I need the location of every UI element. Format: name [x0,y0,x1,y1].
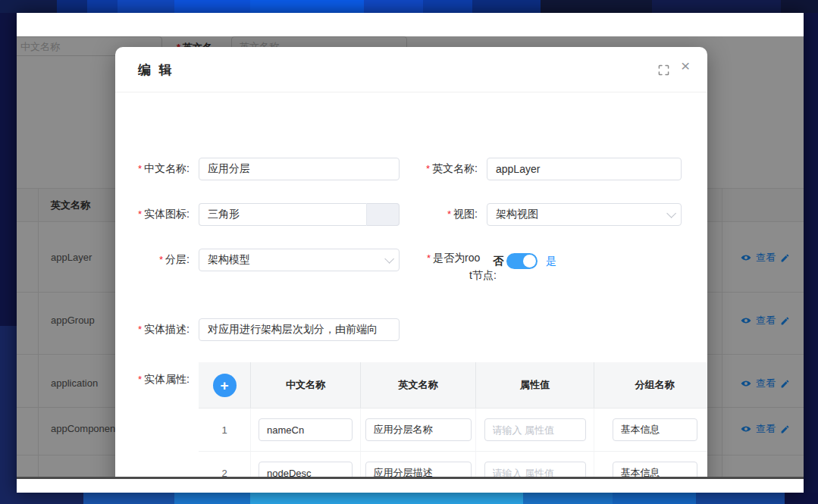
name-cn-label: *中文名称: [115,162,199,176]
attr-group-input[interactable] [613,418,697,441]
add-attribute-button[interactable]: + [213,374,237,397]
attr-header-value: 属性值 [475,362,594,408]
attr-header-group: 分组名称 [594,362,707,408]
root-toggle-on-label: 是 [546,255,556,268]
app-window: *英文名 英文名称 appLayer appGroup application … [17,13,804,493]
attr-group-input[interactable] [613,462,697,479]
toggle-knob [523,255,536,268]
required-asterisk: * [427,252,431,264]
view-select-value[interactable] [487,203,682,226]
attr-value-input[interactable] [484,418,586,441]
required-asterisk: * [138,163,142,174]
attr-header-name-cn: 中文名称 [250,362,360,408]
row-index: 1 [199,409,250,451]
attr-table: + 中文名称 英文名称 属性值 分组名称 1 2 [199,362,707,479]
required-asterisk: * [159,254,163,265]
layer-label: *分层: [115,253,199,267]
desktop-bottom-band [0,493,818,504]
required-asterisk: * [138,324,142,335]
view-label: *视图: [379,208,487,221]
required-asterisk: * [447,208,451,220]
layer-select[interactable] [199,249,400,271]
entity-desc-label: *实体描述: [115,323,199,337]
modal-header: 编 辑 × [115,47,707,92]
name-en-input[interactable] [487,158,682,180]
entity-desc-input[interactable] [199,318,400,341]
attr-value-input[interactable] [484,462,586,479]
name-cn-input[interactable] [199,158,400,180]
root-toggle[interactable] [506,253,537,269]
required-asterisk: * [426,163,430,174]
attr-table-row: 1 [199,409,707,452]
desktop-top-band [0,0,818,13]
attr-header-name-en: 英文名称 [360,362,475,408]
entity-attrs-label: *实体属性: [115,373,199,387]
name-en-label: *英文名称: [379,162,487,176]
edit-modal: 编 辑 × *中文名称: *英文名称 [115,47,707,479]
layer-select-value[interactable] [199,249,400,271]
attr-name-cn-input[interactable] [259,418,353,441]
attr-table-header-row: + 中文名称 英文名称 属性值 分组名称 [199,362,707,409]
attr-name-cn-input[interactable] [259,462,353,479]
modal-title: 编 辑 [138,61,174,79]
attr-table-row: 2 [199,452,707,479]
fullscreen-icon[interactable] [658,64,670,77]
root-toggle-off-label: 否 [493,255,503,268]
page-content: *英文名 英文名称 appLayer appGroup application … [17,36,804,479]
entity-icon-input[interactable] [199,203,366,226]
required-asterisk: * [138,208,142,220]
attr-name-en-input[interactable] [365,462,472,479]
attr-name-en-input[interactable] [365,418,472,441]
close-icon[interactable]: × [681,58,690,74]
entity-icon-label: *实体图标: [115,208,199,221]
required-asterisk: * [138,374,142,385]
view-select[interactable] [487,203,682,226]
row-index: 2 [199,452,250,479]
